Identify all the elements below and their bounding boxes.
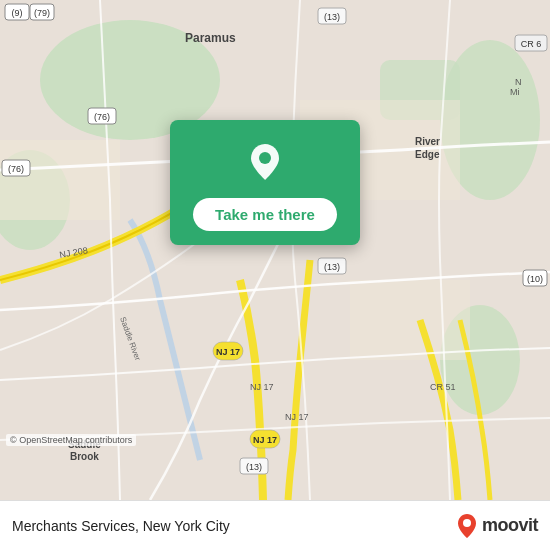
svg-text:NJ 17: NJ 17 [253, 435, 277, 445]
svg-text:Brook: Brook [70, 451, 99, 462]
svg-text:(10): (10) [527, 274, 543, 284]
take-me-there-button[interactable]: Take me there [193, 198, 337, 231]
svg-text:River: River [415, 136, 440, 147]
place-name: Merchants Services, New York City [12, 518, 230, 534]
svg-text:NJ 17: NJ 17 [250, 382, 274, 392]
svg-text:N: N [515, 77, 522, 87]
map-container: NJ 208 NJ 17 NJ 17 CR 51 Paramus River E… [0, 0, 550, 500]
svg-text:NJ 17: NJ 17 [285, 412, 309, 422]
bottom-bar: Merchants Services, New York City moovit [0, 500, 550, 550]
svg-text:(76): (76) [94, 112, 110, 122]
svg-text:Mi: Mi [510, 87, 520, 97]
svg-text:Paramus: Paramus [185, 31, 236, 45]
map-background: NJ 208 NJ 17 NJ 17 CR 51 Paramus River E… [0, 0, 550, 500]
svg-text:CR 6: CR 6 [521, 39, 542, 49]
osm-attribution: © OpenStreetMap contributors [6, 434, 136, 446]
svg-rect-8 [350, 280, 470, 360]
svg-point-44 [463, 519, 471, 527]
svg-text:(13): (13) [324, 262, 340, 272]
svg-text:(13): (13) [246, 462, 262, 472]
moovit-logo: moovit [455, 512, 538, 540]
svg-rect-6 [0, 140, 120, 220]
action-card: Take me there [170, 120, 360, 245]
svg-text:NJ 17: NJ 17 [216, 347, 240, 357]
location-pin-icon [241, 138, 289, 186]
svg-text:CR 51: CR 51 [430, 382, 456, 392]
svg-text:Edge: Edge [415, 149, 440, 160]
moovit-brand-text: moovit [482, 515, 538, 536]
svg-text:(79): (79) [34, 8, 50, 18]
svg-text:(13): (13) [324, 12, 340, 22]
moovit-pin-icon [455, 512, 479, 540]
svg-point-43 [259, 152, 271, 164]
svg-text:(76): (76) [8, 164, 24, 174]
svg-text:(9): (9) [12, 8, 23, 18]
